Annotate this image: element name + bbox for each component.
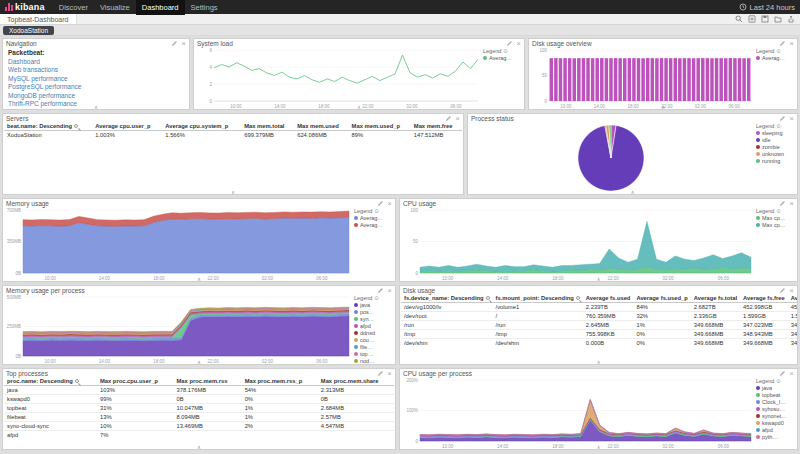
nav-item-visualize[interactable]: Visualize [94,0,136,15]
kibana-logo[interactable]: kibana [5,2,45,12]
nav-link[interactable]: MySQL performance [8,75,81,82]
column-header[interactable]: Max mem.used [294,122,348,131]
nav-link[interactable]: Dashboard [8,58,81,65]
legend-item[interactable]: top… [354,351,393,357]
column-search-icon[interactable] [486,296,490,300]
legend-item[interactable]: Averag… [756,55,795,61]
close-icon[interactable]: × [789,371,794,377]
edit-icon[interactable] [377,370,384,377]
new-dashboard-icon[interactable] [748,15,756,23]
legend-item[interactable]: kswapd0 [756,420,795,426]
disk-usage-overview-chart[interactable]: 05010010:0014:0018:0022:0002:0006:00 [529,47,754,109]
column-header[interactable]: Max proc.mem.rss_p [242,377,318,386]
column-search-icon[interactable] [74,124,78,128]
close-icon[interactable]: × [181,41,186,47]
legend-item[interactable]: unknown [756,151,795,157]
edit-icon[interactable] [779,40,786,47]
legend-item[interactable]: Averag… [483,55,522,61]
spy-toggle-icon[interactable]: ∧ [661,105,665,110]
column-header[interactable]: proc.name: Descending [4,377,97,386]
column-header[interactable]: Average fs.used_p [633,294,690,303]
save-dashboard-icon[interactable] [761,15,769,23]
column-header[interactable]: Max proc.cpu.user_p [97,377,174,386]
edit-icon[interactable] [779,370,786,377]
close-icon[interactable]: × [387,371,392,377]
system-load-chart[interactable]: 024610:0014:0018:0022:0002:0006:00 [194,47,481,109]
column-header[interactable]: fs.device_name: Descending [401,294,493,303]
legend-item[interactable]: Averag… [354,215,393,221]
legend-item[interactable]: java [354,302,393,308]
spy-toggle-icon[interactable]: ∧ [231,190,235,195]
nav-item-discover[interactable]: Discover [53,0,94,15]
legend-item[interactable]: file… [354,344,393,350]
legend-toggle-icon[interactable]: ⊙ [503,48,508,54]
cpu-usage-per-process-chart[interactable]: 0100%200%10:0014:0018:0022:0002:0006:00 [400,377,754,449]
legend-toggle-icon[interactable]: ⊙ [776,378,781,384]
legend-toggle-icon[interactable]: ⊙ [374,295,379,301]
legend-item[interactable]: syn… [354,316,393,322]
spy-toggle-icon[interactable]: ∧ [94,105,98,110]
column-header[interactable]: Average fs.total [691,294,740,303]
edit-icon[interactable] [779,115,786,122]
column-header[interactable]: Max proc.mem.share [318,377,394,386]
legend-item[interactable]: Max cp… [756,215,795,221]
column-header[interactable]: Max mem.total [241,122,294,131]
memory-usage-per-process-chart[interactable]: 0B250MB500MB10:0014:0018:0022:0002:0006:… [3,294,352,364]
legend-item[interactable]: cou… [354,337,393,343]
close-icon[interactable]: × [516,41,521,47]
edit-icon[interactable] [377,200,384,207]
spy-toggle-icon[interactable]: ∧ [597,360,601,365]
filter-pill[interactable]: XodoaStation [3,26,54,35]
edit-icon[interactable] [445,115,452,122]
legend-item[interactable]: nod… [354,358,393,364]
spy-toggle-icon[interactable]: ∧ [197,360,201,365]
legend-item[interactable]: topbeat [756,392,795,398]
column-header[interactable]: fs.mount_point: Descending [493,294,583,303]
legend-item[interactable]: Clock_I… [756,399,795,405]
legend-item[interactable]: syhosu… [756,406,795,412]
column-header[interactable]: Average cpu.user_p [92,122,162,131]
column-search-icon[interactable] [576,296,580,300]
legend-item[interactable]: Averag… [354,222,393,228]
nav-item-dashboard[interactable]: Dashboard [136,0,185,15]
close-icon[interactable]: × [387,288,392,294]
legend-toggle-icon[interactable]: ⊙ [776,48,781,54]
close-icon[interactable]: × [455,116,460,122]
legend-item[interactable]: pos… [354,309,393,315]
spy-toggle-icon[interactable]: ∧ [197,445,201,450]
legend-item[interactable]: pyth… [756,434,795,440]
dashboard-title-tab[interactable]: Topbeat-Dashboard [0,14,77,24]
close-icon[interactable]: × [789,201,794,207]
nav-link[interactable]: Thrift-RPC performance [8,100,81,107]
close-icon[interactable]: × [789,288,794,294]
spy-toggle-icon[interactable]: ∧ [597,277,601,282]
edit-icon[interactable] [779,200,786,207]
column-header[interactable]: Average fs.free [740,294,788,303]
column-header[interactable]: Average fs.used [583,294,634,303]
nav-link[interactable]: Web transactions [8,66,81,73]
memory-usage-chart[interactable]: 0B350MB700MB10:0014:0018:0022:0002:0006:… [3,207,352,281]
spy-toggle-icon[interactable]: ∧ [631,190,635,195]
search-icon[interactable] [735,15,743,23]
legend-item[interactable]: zombie [756,144,795,150]
legend-item[interactable]: running [756,158,795,164]
legend-item[interactable]: afpd [354,323,393,329]
close-icon[interactable]: × [789,41,794,47]
legend-item[interactable]: Max cp… [756,222,795,228]
legend-item[interactable]: idle [756,137,795,143]
spy-toggle-icon[interactable]: ∧ [357,105,361,110]
column-header[interactable]: Average cpu.system_p [162,122,241,131]
close-icon[interactable]: × [789,116,794,122]
legend-toggle-icon[interactable]: ⊙ [374,208,379,214]
nav-link[interactable]: MongoDB performance [8,92,81,99]
column-header[interactable]: Average fs.free [788,294,797,303]
legend-item[interactable]: afpd [756,427,795,433]
edit-icon[interactable] [171,40,178,47]
legend-item[interactable]: sleeping [756,130,795,136]
edit-icon[interactable] [377,287,384,294]
spy-toggle-icon[interactable]: ∧ [197,277,201,282]
nav-item-settings[interactable]: Settings [185,0,224,15]
legend-toggle-icon[interactable]: ⊙ [776,208,781,214]
edit-icon[interactable] [506,40,513,47]
column-header[interactable]: Max mem.used_p [349,122,411,131]
